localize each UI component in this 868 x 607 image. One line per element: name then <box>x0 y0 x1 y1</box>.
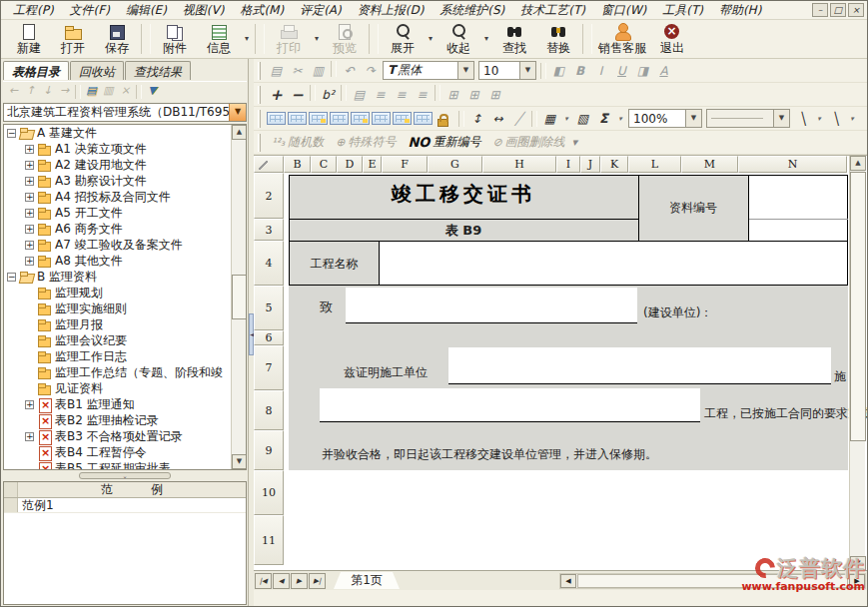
vertical-scrollbar-thumb[interactable] <box>850 172 866 441</box>
menu-item[interactable]: 技术工艺(T) <box>512 0 593 21</box>
nav-forward-button[interactable]: → <box>56 83 73 100</box>
horizontal-scrollbar[interactable]: ◀ ▶ <box>559 573 866 589</box>
splitter-handle[interactable]: ⌄ <box>79 472 171 479</box>
preview-button[interactable]: 预览 <box>323 21 367 57</box>
align-center-button[interactable]: ≡ <box>392 85 411 105</box>
attachment-button[interactable]: 附件 <box>153 21 197 57</box>
scroll-up-icon[interactable]: ▲ <box>850 156 866 171</box>
toolbar-grip[interactable] <box>258 110 261 128</box>
merge-cells-button[interactable]: ▤ <box>350 85 369 105</box>
tree-scrollbar[interactable]: ▲ ▼ <box>231 125 246 469</box>
circle-strikeout-button[interactable]: ⊘画圈删除线 <box>492 134 564 151</box>
form-input-contractor[interactable] <box>448 347 831 384</box>
toolbar-button[interactable] <box>582 24 592 54</box>
expand-button[interactable]: 展开 <box>381 21 425 57</box>
tab-form-catalog[interactable]: 表格目录 <box>3 61 69 80</box>
diagonal-split-dropdown[interactable]: ▾ <box>814 109 824 129</box>
tree-item[interactable]: 表B5 工程延期审批表 <box>4 460 246 470</box>
tree-item[interactable]: 表B3 不合格项处置记录 <box>4 428 246 444</box>
font-name-select[interactable]: T黑体 ▼ <box>383 61 474 80</box>
border-inner-button[interactable]: ⊞ <box>485 85 504 105</box>
paste-node-button[interactable]: ▥ <box>100 83 117 100</box>
new-button[interactable]: 新建 <box>7 21 51 57</box>
row-op-button[interactable] <box>351 112 370 125</box>
table-op-button[interactable] <box>414 112 433 125</box>
row-header[interactable]: 10 <box>254 470 284 515</box>
expand-dropdown[interactable]: ▾ <box>425 21 436 57</box>
menu-item[interactable]: 帮助(H) <box>711 0 769 21</box>
row-height-button[interactable]: ↕ <box>467 109 486 129</box>
form-input-project[interactable] <box>320 388 700 422</box>
col-width-button[interactable]: ↔ <box>488 109 507 129</box>
chevron-down-icon[interactable]: ▼ <box>685 110 701 127</box>
tree-expander-icon[interactable] <box>25 193 34 202</box>
chevron-down-icon[interactable]: ▼ <box>519 62 535 79</box>
nav-back-button[interactable]: ← <box>5 83 22 100</box>
tree-expander-icon[interactable] <box>25 432 34 441</box>
tree-item[interactable]: 监理工作总结（专题、阶段和竣 <box>4 364 246 380</box>
row-header[interactable]: 3 <box>254 219 284 241</box>
tree-item[interactable]: B 监理资料 <box>4 269 246 285</box>
cell-op-button[interactable] <box>393 112 412 125</box>
sum-dropdown[interactable]: ▾ <box>615 109 625 129</box>
open-button[interactable]: 打开 <box>51 21 95 57</box>
replace-button[interactable]: 替换 <box>536 21 580 57</box>
align-left-button[interactable]: ≡ <box>371 85 390 105</box>
redo-button[interactable]: ↷ <box>361 61 380 81</box>
column-header[interactable]: M <box>681 156 738 173</box>
scroll-up-icon[interactable]: ▲ <box>232 125 247 140</box>
tab-search-results[interactable]: 查找结果 <box>125 61 191 80</box>
remove-button[interactable]: − <box>288 85 307 105</box>
tree-expander-icon[interactable] <box>7 129 16 138</box>
tree-expander-icon[interactable] <box>25 225 34 234</box>
filter-button[interactable]: ▼ <box>144 83 161 100</box>
merge-table-button[interactable] <box>309 112 328 125</box>
column-header[interactable]: I <box>556 156 580 173</box>
form-input-unit-name[interactable] <box>346 288 637 323</box>
align-right-button[interactable]: ≡ <box>413 85 432 105</box>
border-outer-button[interactable]: ⊞ <box>464 85 483 105</box>
sheet-tab[interactable]: 第1页 <box>334 572 400 589</box>
insert-col-button[interactable] <box>288 112 307 125</box>
exit-button[interactable]: 退出 <box>650 21 694 57</box>
menu-item[interactable]: 系统维护(S) <box>432 0 512 21</box>
tree-item[interactable]: A3 勘察设计文件 <box>4 173 246 189</box>
toolbar-button[interactable] <box>369 24 379 54</box>
select-all-corner[interactable] <box>254 156 284 173</box>
format-painter-button[interactable]: ◧ <box>549 61 568 81</box>
insert-object-button[interactable]: ▧ <box>573 109 592 129</box>
tree-expander-icon[interactable] <box>25 209 34 218</box>
menu-item[interactable]: 文件(F) <box>62 0 118 21</box>
delete-node-button[interactable]: × <box>117 83 134 100</box>
tree-item[interactable]: A 基建文件 <box>4 125 246 141</box>
tree-item[interactable]: 表B4 工程暂停令 <box>4 444 246 460</box>
italic-button[interactable]: I <box>591 61 610 81</box>
new-node-button[interactable]: ▤ <box>83 83 100 100</box>
row-header[interactable]: 4 <box>254 241 284 286</box>
random-number-button[interactable]: ¹²₃随机数 <box>272 134 324 151</box>
table-button[interactable] <box>458 111 464 127</box>
underline-button[interactable]: U <box>612 61 631 81</box>
editor-button[interactable] <box>331 61 337 77</box>
menu-item[interactable]: 编辑(E) <box>118 0 175 21</box>
column-header[interactable]: B <box>284 156 311 173</box>
horizontal-scrollbar-thumb[interactable] <box>577 574 848 588</box>
tree-expander-icon[interactable] <box>25 241 34 250</box>
last-sheet-button[interactable]: ▶| <box>309 573 326 589</box>
editor-button[interactable] <box>434 85 440 101</box>
line-style-select[interactable]: ▼ <box>706 109 790 128</box>
special-symbol-button[interactable]: ⊕特殊符号 <box>336 134 396 151</box>
column-header[interactable]: F <box>382 156 428 173</box>
insert-button[interactable]: + <box>267 85 286 105</box>
renumber-button[interactable]: NO重新编号 <box>408 134 480 151</box>
paste-button[interactable]: ▥ <box>309 61 328 81</box>
zoom-select[interactable]: 100% ▼ <box>628 109 702 128</box>
tree-expander-icon[interactable] <box>25 400 34 409</box>
chevron-down-icon[interactable]: ▼ <box>229 104 246 121</box>
tree-item[interactable]: A5 开工文件 <box>4 205 246 221</box>
tree-expander-icon[interactable] <box>25 145 34 154</box>
toolbar-button[interactable] <box>141 24 151 54</box>
info-dropdown[interactable]: ▾ <box>241 21 253 57</box>
tree-expander-icon[interactable] <box>25 161 34 170</box>
chevron-down-icon[interactable]: ▼ <box>773 110 789 127</box>
